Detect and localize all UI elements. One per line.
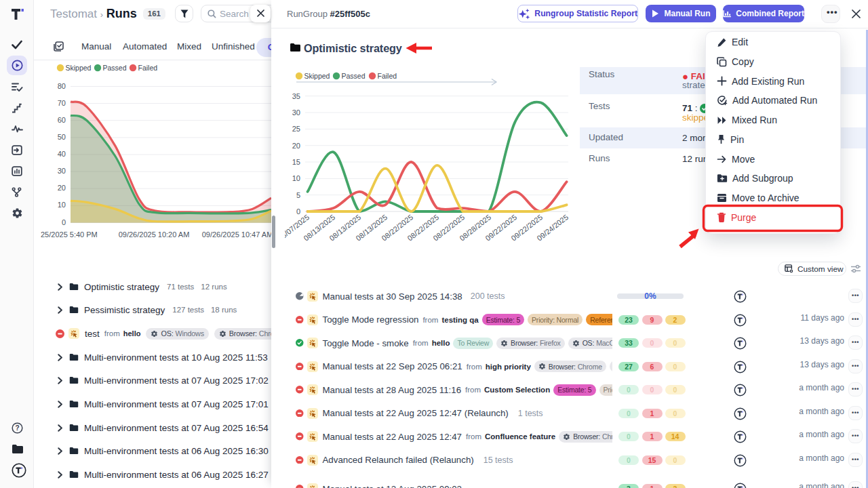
svg-text:80: 80 <box>58 82 66 90</box>
svg-text:25: 25 <box>292 125 300 133</box>
svg-text:50: 50 <box>58 133 66 141</box>
svg-text:Skipped: Skipped <box>304 72 330 80</box>
svg-text:20: 20 <box>58 184 66 192</box>
svg-text:10: 10 <box>58 201 66 209</box>
svg-text:35: 35 <box>292 92 300 100</box>
svg-text:0: 0 <box>62 218 66 226</box>
svg-text:70: 70 <box>58 99 66 107</box>
svg-text:20: 20 <box>292 142 300 150</box>
svg-text:60: 60 <box>58 116 66 124</box>
svg-text:25/2025 5:40 PM: 25/2025 5:40 PM <box>41 230 98 239</box>
svg-text:09/26/2025 10:20 AM: 09/26/2025 10:20 AM <box>119 230 190 239</box>
svg-text:Failed: Failed <box>138 64 158 72</box>
svg-text:?: ? <box>15 424 19 432</box>
svg-text:5: 5 <box>296 191 300 199</box>
svg-text:30: 30 <box>292 108 300 117</box>
svg-text:15: 15 <box>292 158 300 166</box>
svg-text:10: 10 <box>292 174 300 182</box>
svg-text:Passed: Passed <box>342 72 366 80</box>
svg-text:40: 40 <box>58 150 66 158</box>
svg-text:09/26/2025 10:47 AM: 09/26/2025 10:47 AM <box>202 230 273 239</box>
svg-text:Skipped: Skipped <box>66 64 92 72</box>
svg-text:0: 0 <box>296 207 300 216</box>
svg-text:30: 30 <box>58 167 66 175</box>
svg-text:Passed: Passed <box>103 64 127 72</box>
svg-text:Failed: Failed <box>378 72 397 80</box>
